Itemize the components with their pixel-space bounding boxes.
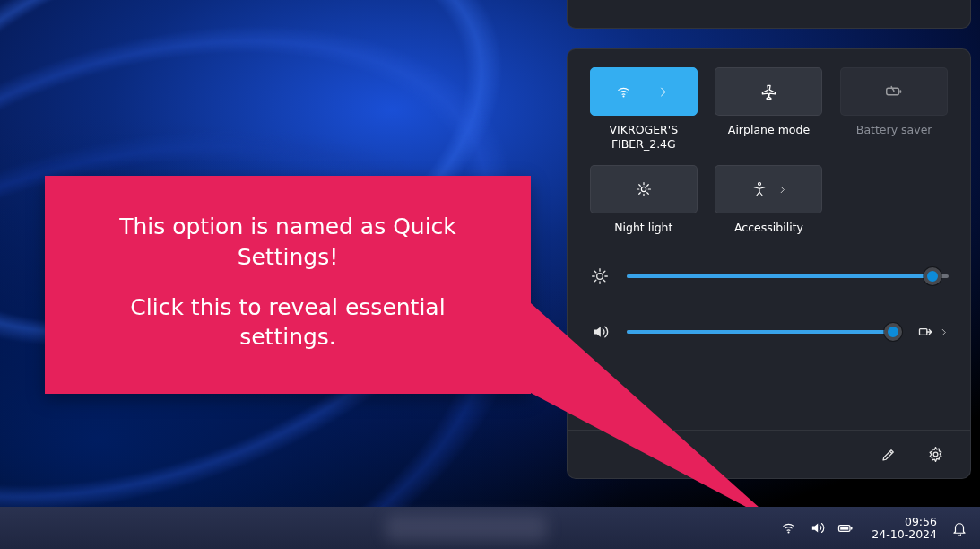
svg-point-3 <box>641 187 646 192</box>
svg-rect-6 <box>920 329 927 336</box>
svg-point-5 <box>597 274 603 280</box>
all-settings-button[interactable] <box>920 440 950 470</box>
taskbar: 09:56 24-10-2024 <box>0 507 980 549</box>
taskbar-clock[interactable]: 09:56 24-10-2024 <box>864 512 944 545</box>
volume-slider-thumb[interactable] <box>884 323 902 341</box>
svg-point-0 <box>623 95 625 97</box>
svg-marker-8 <box>531 303 776 523</box>
wifi-icon <box>614 82 634 101</box>
night-light-tile[interactable] <box>590 165 698 214</box>
tile-wrap-airplane: Airplane mode <box>715 67 824 151</box>
svg-rect-2 <box>900 90 902 93</box>
svg-rect-11 <box>841 527 849 529</box>
clock-time: 09:56 <box>905 516 937 528</box>
edit-quick-settings-button[interactable] <box>873 440 904 470</box>
volume-icon <box>807 518 827 538</box>
battery-saver-icon <box>884 82 904 101</box>
svg-point-9 <box>787 531 789 533</box>
brightness-slider-fill <box>627 274 932 278</box>
brightness-slider-row <box>589 267 949 285</box>
accessibility-icon <box>750 179 769 199</box>
chevron-right-icon <box>776 179 787 199</box>
quick-settings-tiles: VIKROGER'S FIBER_2.4G Airplane mode Batt… <box>589 67 949 235</box>
accessibility-tile-label: Accessibility <box>734 221 803 235</box>
tile-wrap-accessibility: Accessibility <box>715 165 824 235</box>
quick-settings-button[interactable] <box>771 512 863 545</box>
audio-output-selector[interactable] <box>917 323 949 341</box>
callout-text-2: Click this to reveal essential settings. <box>81 292 495 353</box>
tutorial-callout: This option is named as Quick Settings! … <box>45 176 531 394</box>
night-light-icon <box>634 179 654 199</box>
brightness-slider-thumb[interactable] <box>924 267 941 285</box>
airplane-tile-label: Airplane mode <box>728 123 810 137</box>
airplane-mode-tile[interactable] <box>715 67 822 116</box>
accessibility-tile[interactable] <box>715 165 822 214</box>
chevron-right-icon <box>654 82 673 101</box>
tile-empty <box>839 165 949 235</box>
tile-wrap-nightlight: Night light <box>589 165 698 235</box>
tile-wrap-wifi: VIKROGER'S FIBER_2.4G <box>589 67 698 151</box>
system-tray: 09:56 24-10-2024 <box>771 507 973 549</box>
taskbar-app-blur <box>386 515 547 542</box>
svg-point-4 <box>759 183 761 186</box>
battery-icon <box>836 518 855 538</box>
wifi-tile-label: VIKROGER'S FIBER_2.4G <box>589 123 698 151</box>
wifi-icon <box>778 518 798 538</box>
notifications-button[interactable] <box>946 512 973 545</box>
clock-date: 24-10-2024 <box>872 528 937 541</box>
callout-text-1: This option is named as Quick Settings! <box>81 212 495 273</box>
night-light-tile-label: Night light <box>614 221 672 235</box>
brightness-slider[interactable] <box>627 274 949 278</box>
battery-saver-tile[interactable] <box>840 67 948 116</box>
airplane-icon <box>759 82 778 101</box>
tile-wrap-battery: Battery saver <box>839 67 949 151</box>
svg-point-7 <box>933 452 938 457</box>
wifi-tile[interactable] <box>590 67 698 116</box>
brightness-icon <box>589 267 611 285</box>
battery-tile-label: Battery saver <box>856 123 932 137</box>
notification-panel-stub <box>567 0 971 29</box>
svg-rect-12 <box>851 527 853 529</box>
bell-icon <box>950 518 969 538</box>
